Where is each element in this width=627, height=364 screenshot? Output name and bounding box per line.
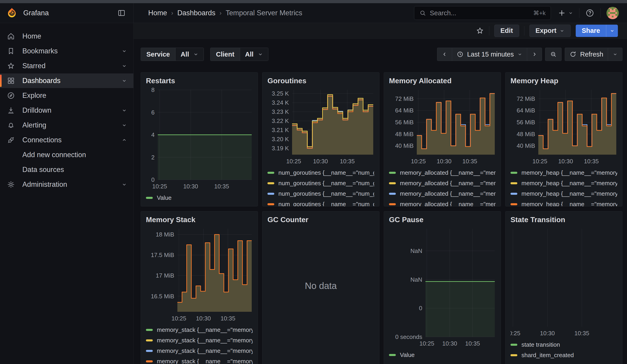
panel-chart[interactable]: 10:2510:3010:35 (511, 226, 617, 337)
svg-text:40 MiB: 40 MiB (395, 142, 414, 149)
panel-chart[interactable]: No data (267, 226, 374, 345)
legend-item[interactable]: num_goroutines {__name__="num_go (267, 178, 374, 188)
legend-item[interactable]: memory_heap {__name__="memory_h (511, 188, 617, 199)
svg-text:64 MiB: 64 MiB (395, 107, 414, 114)
zoom-out-button[interactable] (545, 48, 561, 61)
grafana-logo-icon[interactable] (6, 7, 18, 19)
legend-item[interactable]: memory_heap {__name__="memory_h (511, 178, 617, 188)
svg-text:10:35: 10:35 (462, 158, 477, 165)
legend-item[interactable]: memory_stack {__name__="memory_s (146, 324, 253, 335)
filters-row: Service All Client All (141, 48, 623, 61)
sidebar-item-bookmarks[interactable]: Bookmarks (0, 44, 133, 58)
svg-text:48 MiB: 48 MiB (517, 131, 535, 138)
time-shift-back-button[interactable] (437, 48, 452, 61)
panel-goroutines[interactable]: Goroutines3.19 K3.20 K3.21 K3.22 K3.23 K… (262, 72, 379, 207)
sidebar-item-dashboards[interactable]: Dashboards (0, 73, 133, 88)
chart-svg: 0 seconds0NaNNaN10:2510:3010:35 (389, 226, 496, 347)
legend-series-marker (267, 172, 274, 174)
compass-icon (7, 92, 15, 100)
legend-item[interactable]: Value (389, 350, 496, 360)
panel-chart[interactable]: 0 seconds0NaNNaN10:2510:3010:35 (389, 226, 496, 347)
panel-memory-allocated[interactable]: Memory Allocated40 MiB48 MiB56 MiB64 MiB… (384, 72, 501, 207)
panel-restarts[interactable]: Restarts0246810:2510:3010:35Value (141, 72, 258, 207)
sidebar-item-connections[interactable]: Connections (0, 133, 133, 147)
sidebar-item-home[interactable]: Home (0, 29, 133, 44)
legend-item[interactable]: memory_stack {__name__="memory_s (146, 346, 253, 356)
legend-item[interactable]: num_goroutines {__name__="num_go (267, 199, 374, 207)
legend-item[interactable]: num_goroutines {__name__="num_go (267, 167, 374, 178)
svg-text:17 MiB: 17 MiB (156, 272, 174, 279)
panel-chart[interactable]: 16.5 MiB17 MiB17.5 MiB18 MiB10:2510:3010… (146, 226, 253, 322)
legend-series-label: memory_stack {__name__="memory_s (157, 337, 253, 344)
star-dashboard-icon[interactable] (476, 27, 484, 35)
add-menu-button[interactable] (558, 9, 573, 17)
service-filter[interactable]: Service All (141, 48, 204, 61)
time-shift-forward-button[interactable] (527, 48, 542, 61)
legend-item[interactable]: memory_stack {__name__="memory_s (146, 356, 253, 364)
legend-series-marker (511, 354, 517, 356)
client-filter[interactable]: Client All (210, 48, 268, 61)
legend-item[interactable]: Value (146, 193, 253, 203)
svg-text:48 MiB: 48 MiB (395, 131, 414, 138)
sidebar-item-starred[interactable]: Starred (0, 59, 133, 73)
edit-button[interactable]: Edit (494, 25, 519, 37)
legend-item[interactable]: memory_allocated {__name__="memc (389, 178, 496, 188)
chevron-down-icon (121, 48, 127, 54)
legend-series-label: num_goroutines {__name__="num_go (278, 201, 374, 207)
help-icon[interactable] (585, 8, 594, 18)
chevron-left-icon (442, 52, 447, 57)
search-input[interactable] (430, 9, 530, 17)
search-shortcut: ⌘+k (533, 9, 546, 17)
refresh-interval-button[interactable] (608, 48, 622, 61)
sidebar-item-alerting[interactable]: Alerting (0, 118, 133, 133)
panel-state-transition[interactable]: State Transition10:2510:3010:35state tra… (505, 211, 623, 364)
breadcrumb-home[interactable]: Home (148, 9, 167, 17)
legend-series-marker (511, 182, 517, 184)
legend-series-marker (389, 193, 396, 195)
client-filter-value[interactable]: All (240, 48, 268, 61)
legend-item[interactable]: memory_stack {__name__="memory_s (146, 335, 253, 346)
sidebar-item-add-new-connection[interactable]: Add new connection (0, 148, 133, 162)
service-filter-value[interactable]: All (176, 48, 204, 61)
panel-memory-heap[interactable]: Memory Heap40 MiB48 MiB56 MiB64 MiB72 Mi… (505, 72, 623, 207)
panel-chart[interactable]: 0246810:2510:3010:35 (146, 88, 253, 190)
sidebar-item-administration[interactable]: Administration (0, 177, 133, 192)
refresh-button[interactable]: Refresh (565, 48, 608, 61)
legend-item[interactable]: memory_allocated {__name__="memc (389, 188, 496, 199)
search-box[interactable]: ⌘+k (414, 6, 551, 20)
svg-text:0: 0 (151, 176, 155, 183)
svg-text:3.24 K: 3.24 K (272, 99, 289, 106)
sidebar-toggle-icon[interactable] (117, 9, 126, 17)
sidebar-item-label: Dashboards (22, 77, 60, 85)
sidebar-item-drilldown[interactable]: Drilldown (0, 103, 133, 118)
legend-item[interactable]: memory_heap {__name__="memory_h (511, 199, 617, 207)
sidebar-item-explore[interactable]: Explore (0, 88, 133, 103)
panel-chart[interactable]: 40 MiB48 MiB56 MiB64 MiB72 MiB10:2510:30… (511, 88, 617, 165)
svg-text:10:35: 10:35 (340, 158, 355, 165)
legend-series-label: memory_allocated {__name__="memc (400, 201, 496, 207)
export-button[interactable]: Export (529, 25, 571, 37)
legend-item[interactable]: memory_allocated {__name__="memc (389, 199, 496, 207)
svg-text:NaN: NaN (410, 276, 422, 283)
panel-legend: memory_allocated {__name__="memcmemory_a… (389, 167, 496, 207)
panel-chart[interactable]: 40 MiB48 MiB56 MiB64 MiB72 MiB10:2510:30… (389, 88, 496, 165)
legend-item[interactable]: memory_allocated {__name__="memc (389, 167, 496, 178)
legend-item[interactable]: num_goroutines {__name__="num_go (267, 188, 374, 199)
panel-gc-pause[interactable]: GC Pause0 seconds0NaNNaN10:2510:3010:35V… (384, 211, 501, 364)
legend-item[interactable]: shard_item_created (511, 350, 617, 360)
panel-chart[interactable]: 3.19 K3.20 K3.21 K3.22 K3.23 K3.24 K3.25… (267, 88, 374, 165)
time-range-picker[interactable]: Last 15 minutes (452, 48, 527, 61)
panel-memory-stack[interactable]: Memory Stack16.5 MiB17 MiB17.5 MiB18 MiB… (141, 211, 258, 364)
bookmark-icon (7, 47, 15, 55)
chevron-down-icon (613, 52, 618, 57)
chevron-down-icon (568, 10, 573, 15)
share-menu-button[interactable] (606, 25, 618, 37)
svg-text:8: 8 (151, 88, 155, 93)
breadcrumb-dashboards[interactable]: Dashboards (177, 9, 215, 17)
sidebar-item-data-sources[interactable]: Data sources (0, 162, 133, 177)
share-button[interactable]: Share (576, 25, 606, 37)
legend-item[interactable]: state transition (511, 339, 617, 350)
panel-gc-counter[interactable]: GC CounterNo data (262, 211, 379, 364)
legend-item[interactable]: memory_heap {__name__="memory_h (511, 167, 617, 178)
avatar[interactable] (607, 7, 619, 19)
